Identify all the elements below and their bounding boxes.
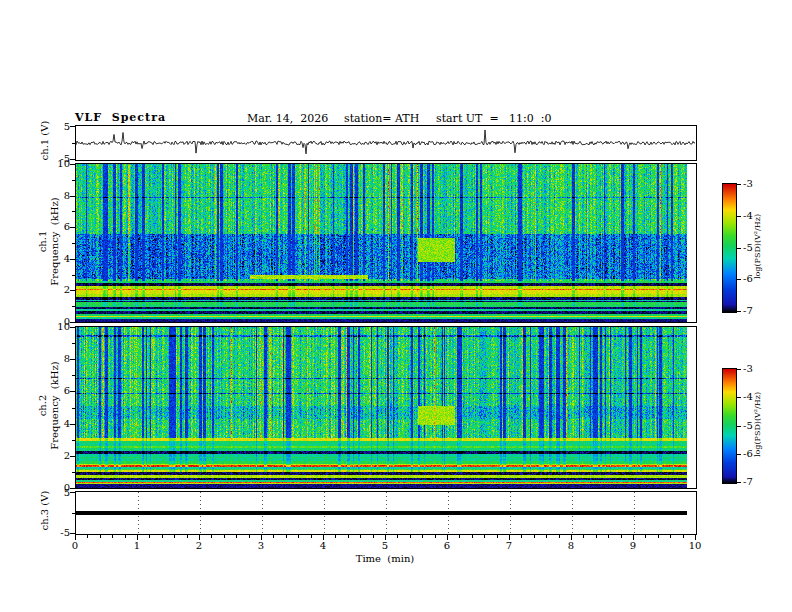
colorbar-tick-label: -7 bbox=[743, 476, 763, 487]
tick-mark bbox=[459, 535, 460, 538]
tick-mark bbox=[174, 535, 175, 538]
tick-mark bbox=[298, 535, 299, 538]
colorbar-tick-label: -5 bbox=[743, 420, 763, 431]
tick-mark bbox=[521, 535, 522, 538]
tick-mark bbox=[608, 535, 609, 538]
ch3-waveform-canvas bbox=[76, 492, 696, 534]
ch1-voltage-axis-label: ch.1 (V) bbox=[39, 106, 50, 176]
tick-mark bbox=[72, 180, 75, 181]
time-tick-label: 10 bbox=[687, 540, 703, 551]
tick-mark bbox=[645, 535, 646, 538]
ch1-waveform-canvas bbox=[76, 126, 696, 160]
tick-mark bbox=[70, 359, 75, 360]
ch1-spectrogram-panel bbox=[75, 163, 697, 323]
time-tick-label: 3 bbox=[253, 540, 269, 551]
tick-mark bbox=[360, 535, 361, 538]
tick-mark bbox=[348, 535, 349, 538]
ch2-spectrogram-canvas bbox=[76, 327, 696, 488]
tick-mark bbox=[534, 535, 535, 538]
tick-mark bbox=[72, 513, 75, 514]
time-tick-label: 6 bbox=[439, 540, 455, 551]
tick-mark bbox=[658, 535, 659, 538]
frequency-tick-label: 8 bbox=[52, 190, 70, 201]
tick-mark bbox=[72, 472, 75, 473]
tick-mark bbox=[737, 426, 741, 427]
colorbar-ch2 bbox=[722, 368, 737, 484]
tick-mark bbox=[435, 535, 436, 538]
tick-mark bbox=[621, 535, 622, 538]
station-label: station= ATH bbox=[344, 112, 419, 125]
time-tick-label: 2 bbox=[191, 540, 207, 551]
voltage-tick-label: -5 bbox=[52, 527, 70, 538]
tick-mark bbox=[737, 184, 741, 185]
tick-mark bbox=[497, 535, 498, 538]
ch2-channel-label: ch.2 bbox=[37, 386, 48, 426]
tick-mark bbox=[737, 454, 741, 455]
tick-mark bbox=[70, 126, 75, 127]
tick-mark bbox=[737, 369, 741, 370]
tick-mark bbox=[70, 227, 75, 228]
tick-mark bbox=[162, 535, 163, 538]
tick-mark bbox=[224, 535, 225, 538]
tick-mark bbox=[737, 397, 741, 398]
colorbar-tick-label: -3 bbox=[743, 363, 763, 374]
time-tick-label: 5 bbox=[377, 540, 393, 551]
tick-mark bbox=[87, 535, 88, 538]
frequency-tick-label: 6 bbox=[52, 385, 70, 396]
date-label: Mar. 14, 2026 bbox=[247, 112, 328, 125]
tick-mark bbox=[70, 424, 75, 425]
frequency-tick-label: 4 bbox=[52, 253, 70, 264]
tick-mark bbox=[410, 535, 411, 538]
colorbar-ch1 bbox=[722, 183, 737, 313]
tick-mark bbox=[72, 275, 75, 276]
tick-mark bbox=[72, 440, 75, 441]
tick-mark bbox=[70, 259, 75, 260]
tick-mark bbox=[70, 290, 75, 291]
tick-mark bbox=[559, 535, 560, 538]
ch3-voltage-axis-label: ch.3 (V) bbox=[39, 476, 50, 546]
tick-mark bbox=[72, 243, 75, 244]
tick-mark bbox=[72, 143, 75, 144]
voltage-tick-label: -5 bbox=[52, 153, 70, 164]
tick-mark bbox=[70, 327, 75, 328]
ch3-waveform-panel bbox=[75, 491, 697, 535]
tick-mark bbox=[397, 535, 398, 538]
tick-mark bbox=[422, 535, 423, 538]
tick-mark bbox=[683, 535, 684, 538]
frequency-tick-label: 6 bbox=[52, 221, 70, 232]
tick-mark bbox=[100, 535, 101, 538]
tick-mark bbox=[72, 211, 75, 212]
time-axis-label: Time (min) bbox=[335, 553, 435, 564]
tick-mark bbox=[70, 391, 75, 392]
tick-mark bbox=[70, 196, 75, 197]
tick-mark bbox=[737, 482, 741, 483]
tick-mark bbox=[70, 492, 75, 493]
tick-mark bbox=[72, 375, 75, 376]
colorbar-tick-label: -6 bbox=[743, 273, 763, 284]
tick-mark bbox=[373, 535, 374, 538]
tick-mark bbox=[70, 322, 75, 323]
ch1-waveform-panel bbox=[75, 125, 697, 161]
tick-mark bbox=[737, 216, 741, 217]
tick-mark bbox=[70, 456, 75, 457]
frequency-tick-label: 8 bbox=[52, 353, 70, 364]
tick-mark bbox=[737, 279, 741, 280]
time-tick-label: 8 bbox=[563, 540, 579, 551]
colorbar-tick-label: -6 bbox=[743, 448, 763, 459]
tick-mark bbox=[125, 535, 126, 538]
tick-mark bbox=[583, 535, 584, 538]
tick-mark bbox=[670, 535, 671, 538]
frequency-tick-label: 2 bbox=[52, 284, 70, 295]
time-tick-label: 4 bbox=[315, 540, 331, 551]
ch1-spectrogram-canvas bbox=[76, 164, 696, 322]
tick-mark bbox=[311, 535, 312, 538]
tick-mark bbox=[546, 535, 547, 538]
colorbar-tick-label: -7 bbox=[743, 305, 763, 316]
colorbar-tick-label: -3 bbox=[743, 178, 763, 189]
tick-mark bbox=[335, 535, 336, 538]
frequency-tick-label: 4 bbox=[52, 418, 70, 429]
tick-mark bbox=[112, 535, 113, 538]
time-tick-label: 1 bbox=[129, 540, 145, 551]
tick-mark bbox=[70, 159, 75, 160]
tick-mark bbox=[187, 535, 188, 538]
